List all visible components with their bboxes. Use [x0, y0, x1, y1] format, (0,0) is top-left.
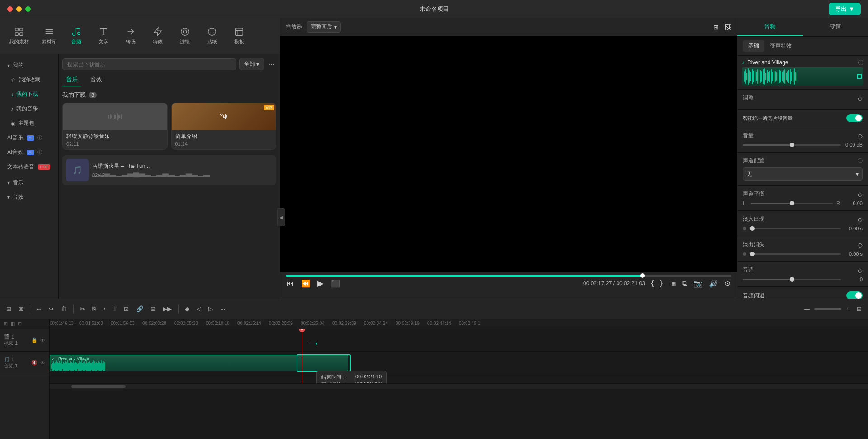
keyframe-button[interactable]: ◆	[182, 304, 192, 314]
minimize-button[interactable]	[16, 6, 22, 12]
fade-in-thumb[interactable]	[750, 226, 755, 231]
sidebar-theme-pack[interactable]: ◉ 主题包	[2, 116, 57, 130]
group-button[interactable]: ⊞	[148, 304, 158, 314]
toolbar-filter[interactable]: 滤镜	[172, 24, 198, 48]
track-audio-eye[interactable]: 👁	[40, 359, 46, 366]
fade-out-slider[interactable]	[750, 253, 841, 255]
settings-more-button[interactable]: ⚙	[723, 278, 731, 289]
link-button[interactable]: 🔗	[133, 304, 146, 314]
filter-button[interactable]: 全部 ▾	[239, 58, 264, 70]
right-tab-audio[interactable]: 音频	[737, 18, 803, 36]
volume-thumb[interactable]	[790, 143, 794, 147]
progress-track[interactable]	[286, 275, 731, 277]
delete-button[interactable]: 🗑	[58, 304, 70, 314]
track-header-icon-3[interactable]: ⊡	[18, 321, 22, 327]
balance-thumb[interactable]	[790, 201, 794, 205]
toolbar-text[interactable]: 文字	[91, 24, 116, 48]
music-list-item-1[interactable]: 🎵 马诺斯火星 – The Tun... ▁▂▃▂▁▂▃▄▃▂▁▂▃▂▁▂▃▂▁…	[62, 155, 276, 185]
progress-bar[interactable]	[280, 272, 737, 277]
sidebar-music[interactable]: ▾ 音乐	[2, 176, 57, 190]
sidebar-favorites[interactable]: ☆ 我的收藏	[2, 73, 57, 87]
track-video-eye[interactable]: 👁	[40, 337, 46, 344]
smart-volume-toggle[interactable]	[846, 114, 863, 122]
more-tl-button[interactable]: ▶▶	[160, 304, 175, 314]
sidebar-ai-music[interactable]: AI音乐 AI ⓘ	[2, 131, 57, 145]
sidebar-my-music[interactable]: ♪ 我的音乐	[2, 102, 57, 116]
toolbar-media[interactable]: 素材库	[36, 24, 62, 48]
tl-more-button[interactable]: ···	[217, 304, 228, 314]
tab-sfx[interactable]: 音效	[87, 74, 106, 86]
toolbar-sticker[interactable]: 贴纸	[199, 24, 225, 48]
flash-toggle[interactable]	[846, 291, 863, 299]
audio-button[interactable]: ♪	[100, 304, 109, 314]
undo-button[interactable]: ↩	[34, 304, 44, 314]
zoom-out-button[interactable]: —	[801, 304, 812, 314]
track-header-icon-2[interactable]: ◧	[10, 321, 15, 327]
frame-back-button[interactable]: ⏪	[300, 278, 311, 289]
redo-button[interactable]: ↪	[46, 304, 57, 314]
music-card-2[interactable]: 🏜 VIP 简单介绍 01:14	[171, 103, 277, 150]
music-card-1[interactable]: 轻缓安静背景音乐 02:11	[62, 103, 168, 150]
copy-button[interactable]: ⎘	[90, 304, 99, 314]
search-input[interactable]	[62, 58, 236, 70]
channel-select[interactable]: 无 ▾	[743, 167, 863, 181]
close-button[interactable]	[7, 6, 13, 12]
snapshot-button[interactable]: 📷	[693, 278, 703, 289]
volume-slider[interactable]	[743, 144, 841, 146]
channel-info-icon: ⓘ	[858, 157, 863, 164]
zoom-slider[interactable]	[814, 308, 841, 310]
fullscreen-button[interactable]: ⊞	[712, 23, 720, 32]
track-audio-mute[interactable]: 🔇	[31, 359, 38, 366]
playhead[interactable]: ✕	[302, 329, 302, 383]
split-view-button[interactable]: ⧉	[681, 278, 688, 288]
pitch-slider[interactable]	[743, 279, 841, 280]
stop-button[interactable]: ⬛	[330, 278, 341, 289]
track-video-lock[interactable]: 🔒	[31, 337, 38, 344]
scroll-thumb[interactable]	[71, 385, 126, 388]
maximize-button[interactable]	[25, 6, 31, 12]
toolbar-my-assets[interactable]: 我的素材	[4, 24, 34, 48]
crop-button[interactable]: ⊡	[121, 304, 132, 314]
track-header-icon-1[interactable]: ⊞	[4, 321, 8, 327]
play-button[interactable]: ▶	[316, 277, 325, 289]
audio-clip[interactable]: ♪ River and Village	[50, 355, 348, 371]
right-subtab-voice[interactable]: 变声特效	[764, 40, 797, 52]
toolbar-effects[interactable]: 特效	[145, 24, 170, 48]
sidebar-ai-effects[interactable]: AI音效 AI ⓘ	[2, 145, 57, 159]
right-subtabs: 基础 变声特效	[737, 37, 868, 56]
fade-in-slider[interactable]	[750, 228, 841, 229]
text-tl-button[interactable]: T	[111, 304, 120, 314]
cut-button[interactable]: ✂	[77, 304, 88, 314]
next-kf-button[interactable]: ▷	[206, 304, 216, 314]
right-subtab-basic[interactable]: 基础	[743, 40, 764, 52]
timeline-snap-button[interactable]: ⊞	[4, 304, 14, 314]
mark-out-button[interactable]: }	[659, 278, 663, 288]
fade-out-slider-row: 0.00 s	[743, 251, 863, 257]
more-button[interactable]: ···	[267, 60, 276, 68]
export-button[interactable]: 导出 ▼	[829, 3, 861, 15]
sidebar-mine[interactable]: ▾ 我的	[2, 58, 57, 72]
volume-button[interactable]: 🔊	[708, 278, 719, 289]
toolbar-transition[interactable]: 转场	[118, 24, 143, 48]
grid-view-button[interactable]: ⊞	[854, 304, 864, 314]
sidebar-sfx[interactable]: ▾ 音效	[2, 190, 57, 204]
sidebar-downloads[interactable]: ↓ 我的下载	[2, 87, 57, 101]
collapse-panel-button[interactable]: ◀	[277, 208, 285, 226]
toolbar-audio[interactable]: 音频	[64, 24, 89, 48]
timeline-magnet-button[interactable]: ⊠	[16, 304, 26, 314]
quality-select[interactable]: 完整画质 ▾	[307, 21, 341, 33]
screenshot-button[interactable]: 🖼	[723, 23, 731, 32]
sidebar-tts[interactable]: 文本转语音 HOT	[2, 160, 57, 174]
tab-music[interactable]: 音乐	[62, 74, 81, 86]
mark-in-button[interactable]: {	[651, 278, 655, 288]
prev-kf-button[interactable]: ◁	[194, 304, 204, 314]
download-icon: ↓	[11, 91, 14, 98]
fade-out-thumb[interactable]	[750, 252, 755, 256]
toolbar-template[interactable]: 模板	[226, 24, 252, 48]
right-tab-speed[interactable]: 变速	[803, 18, 868, 36]
balance-slider[interactable]	[751, 203, 833, 204]
insert-button[interactable]: ↓▦	[668, 280, 677, 287]
pitch-thumb[interactable]	[790, 277, 794, 282]
rewind-button[interactable]: ⏮	[286, 278, 295, 288]
zoom-in-button[interactable]: +	[843, 304, 852, 314]
